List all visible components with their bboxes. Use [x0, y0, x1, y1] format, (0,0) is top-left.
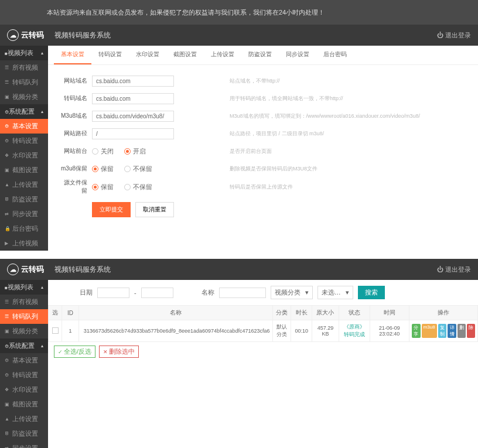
shield-icon: ⛨: [5, 197, 10, 202]
th-size: 原大小: [312, 306, 339, 320]
label-frontend: 网站前台: [60, 147, 92, 155]
sidebar-section-config[interactable]: ⚙系统配置▴: [0, 338, 48, 353]
tag-icon: ❖: [5, 153, 10, 158]
search-button[interactable]: 搜索: [358, 286, 385, 299]
delete-selected-button[interactable]: ✕删除选中: [99, 346, 139, 358]
sidebar-item-queue[interactable]: ☰转码队列: [0, 75, 48, 90]
notice-bar: 本站资源均来自互联网或会员发布，如果侵犯了您的权益请与我们联系，我们将在24小时…: [0, 0, 478, 25]
sidebar-item-category[interactable]: ▣视频分类: [0, 324, 48, 338]
tab-screenshot[interactable]: 截图设置: [166, 46, 204, 64]
sidebar-item-upload[interactable]: ▲上传设置: [0, 412, 48, 426]
app-header: ☁ 云转码 视频转码服务系统 ⏻退出登录: [0, 259, 478, 280]
submit-button[interactable]: 立即提交: [92, 202, 131, 217]
transcode-domain-input[interactable]: [92, 93, 174, 104]
sidebar-item-transcode[interactable]: ⚙转码设置: [0, 134, 48, 148]
op-del2[interactable]: 除: [467, 324, 475, 338]
sidebar-item-category[interactable]: ▣视频分类: [0, 90, 48, 104]
batch-actions: ✓全选/反选 ✕删除选中: [48, 342, 478, 361]
sidebar-item-password[interactable]: 🔒后台密码: [0, 221, 48, 236]
logout-link[interactable]: ⏻退出登录: [437, 265, 471, 274]
tab-antileech[interactable]: 防盗设置: [241, 46, 279, 64]
cog-icon: ⚙: [5, 124, 10, 129]
logout-link[interactable]: ⏻退出登录: [437, 31, 471, 40]
filter-toolbar: 日期 - 名称 视频分类▾ 未选…▾ 搜索: [48, 280, 478, 305]
cog-icon: ⚙: [5, 358, 10, 363]
sidebar-section-video[interactable]: ■视频列表▴: [0, 46, 48, 60]
gear-icon: ⚙: [5, 110, 9, 115]
sidebar-section-video[interactable]: ■视频列表▴: [0, 280, 48, 295]
tab-transcode[interactable]: 转码设置: [91, 46, 129, 64]
tab-upload[interactable]: 上传设置: [204, 46, 241, 64]
sidebar-item-upload-video[interactable]: ▶上传视频: [0, 236, 48, 251]
site-domain-input[interactable]: [92, 76, 174, 87]
sidebar-item-sync[interactable]: ⇄同步设置: [0, 441, 48, 448]
chevron-up-icon: ▴: [41, 343, 43, 348]
list-icon: ☰: [5, 299, 10, 305]
th-name: 名称: [78, 306, 272, 320]
row-checkbox[interactable]: [52, 327, 59, 334]
label-transcode-domain: 转码域名: [60, 94, 92, 102]
sidebar-item-queue[interactable]: ☰转码队列: [0, 309, 48, 324]
cloud-icon: ☁: [7, 29, 19, 41]
list-icon: ☰: [5, 65, 10, 70]
reset-button[interactable]: 取消重置: [135, 202, 174, 217]
sidebar-item-basic[interactable]: ⚙基本设置: [0, 119, 48, 134]
th-select: 选: [49, 306, 62, 320]
sidebar-item-watermark[interactable]: ❖水印设置: [0, 148, 48, 163]
site-path-input[interactable]: [92, 128, 174, 139]
op-copy[interactable]: 复制: [438, 324, 447, 338]
m3u8-domain-input[interactable]: [92, 111, 174, 122]
settings-form: 网站域名站点域名，不带http:// 转码域名用于转码的域名，填全网站域名一致，…: [48, 65, 478, 225]
label-site-domain: 网站域名: [60, 77, 92, 85]
sidebar-item-antileech[interactable]: ⛨防盗设置: [0, 192, 48, 207]
sidebar-item-upload[interactable]: ▲上传设置: [0, 177, 48, 192]
tab-basic[interactable]: 基本设置: [54, 46, 91, 64]
tab-watermark[interactable]: 水印设置: [129, 46, 166, 64]
cell-status: 《原画》转码完成: [339, 320, 370, 342]
radio-m3u8-keep[interactable]: 保留: [92, 165, 114, 173]
sidebar-item-screenshot[interactable]: ▣截图设置: [0, 397, 48, 412]
sidebar-item-basic[interactable]: ⚙基本设置: [0, 353, 48, 368]
sidebar-item-transcode[interactable]: ⚙转码设置: [0, 368, 48, 382]
plus-icon: ▶: [5, 241, 10, 246]
radio-m3u8-nokeep[interactable]: 不保留: [124, 165, 152, 173]
op-m3u8[interactable]: m3u8: [422, 324, 437, 338]
queue-icon: ☰: [5, 80, 10, 85]
op-detail[interactable]: 详情: [448, 324, 456, 338]
tab-password[interactable]: 后台密码: [316, 46, 354, 64]
power-icon: ⏻: [437, 32, 443, 39]
radio-source-keep[interactable]: 保留: [92, 183, 114, 191]
sidebar-item-watermark[interactable]: ❖水印设置: [0, 382, 48, 397]
hint: 转码后是否保留上传源文件: [174, 183, 293, 191]
cell-id: 1: [62, 320, 79, 342]
date-from-input[interactable]: [97, 288, 129, 298]
sidebar-item-screenshot[interactable]: ▣截图设置: [0, 163, 48, 177]
tab-sync[interactable]: 同步设置: [279, 46, 316, 64]
image-icon: ▣: [5, 167, 10, 173]
sync-icon: ⇄: [5, 211, 10, 217]
date-to-input[interactable]: [141, 288, 173, 298]
cog-icon: ⚙: [5, 138, 10, 143]
system-title: 视频转码服务系统: [54, 30, 111, 40]
sidebar-item-all-videos[interactable]: ☰所有视频: [0, 295, 48, 309]
label-site-path: 网站路径: [60, 129, 92, 138]
tabs: 基本设置 转码设置 水印设置 截图设置 上传设置 防盗设置 同步设置 后台密码: [48, 46, 478, 65]
sidebar-item-antileech[interactable]: ⛨防盗设置: [0, 426, 48, 441]
radio-frontend-on[interactable]: 开启: [124, 147, 146, 156]
chevron-down-icon: ▾: [305, 289, 309, 296]
radio-frontend-off[interactable]: 关闭: [92, 147, 114, 156]
category-select[interactable]: 视频分类▾: [271, 286, 313, 299]
category-value-select[interactable]: 未选…▾: [317, 286, 353, 299]
op-del1[interactable]: 删: [457, 324, 466, 338]
radio-source-nokeep[interactable]: 不保留: [124, 183, 152, 191]
cell-size: 457.29 KB: [312, 320, 339, 342]
sidebar: ■视频列表▴ ☰所有视频 ☰转码队列 ▣视频分类 ⚙系统配置▴ ⚙基本设置 ⚙转…: [0, 280, 48, 448]
select-all-button[interactable]: ✓全选/反选: [54, 346, 95, 358]
sidebar-item-sync[interactable]: ⇄同步设置: [0, 207, 48, 221]
name-input[interactable]: [219, 288, 266, 298]
cell-dur: 00:10: [291, 320, 312, 342]
sidebar-section-config[interactable]: ⚙系统配置▴: [0, 104, 48, 119]
op-share[interactable]: 分享: [412, 324, 421, 338]
sidebar-item-all-videos[interactable]: ☰所有视频: [0, 60, 48, 75]
app-header: ☁ 云转码 视频转码服务系统 ⏻退出登录: [0, 25, 478, 46]
